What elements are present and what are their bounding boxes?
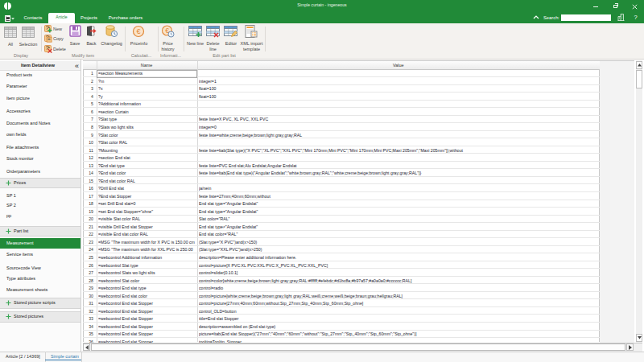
svg-text:€: € [136, 27, 140, 35]
